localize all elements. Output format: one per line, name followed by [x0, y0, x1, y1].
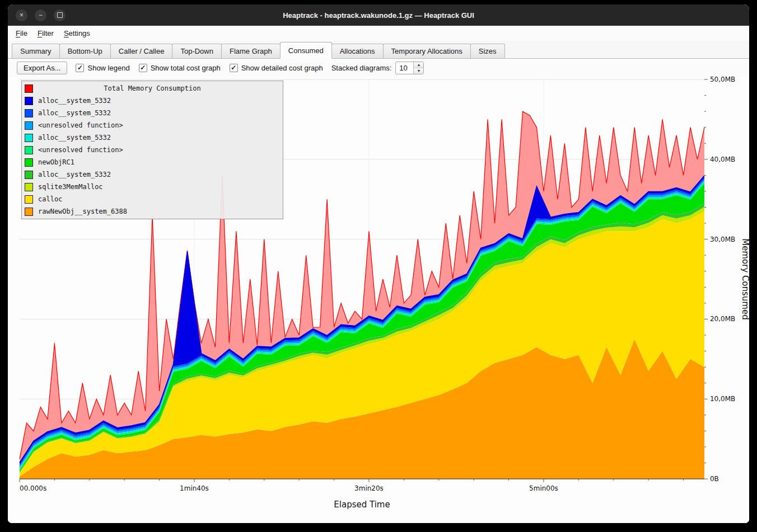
x-tick-label: 5min00s [529, 484, 558, 492]
tab-allocations[interactable]: Allocations [331, 44, 384, 58]
checkbox-label: Show detailed cost graph [241, 64, 323, 72]
legend-item-label: <unresolved function> [38, 121, 123, 129]
x-tick-label: 3min20s [354, 484, 384, 492]
y-tick-label: 0B [710, 475, 719, 483]
menu-settings[interactable]: Settings [59, 26, 95, 41]
legend-item-label: newObjRC1 [38, 158, 74, 166]
legend-item-label: <unresolved function> [38, 146, 123, 154]
close-button[interactable]: × [16, 10, 27, 21]
x-tick-label: 00.000s [20, 484, 46, 492]
legend-swatch [25, 97, 33, 105]
checkbox-label: Show total cost graph [151, 64, 221, 72]
legend-title-row: Total Memory Consumption [22, 82, 283, 95]
legend-item: alloc__system_5332 [22, 131, 283, 144]
legend-item: alloc__system_5332 [22, 168, 283, 181]
checkbox-show-total-cost-graph[interactable]: ✓Show total cost graph [139, 64, 221, 72]
checkmark-icon: ✓ [230, 64, 238, 72]
menu-file[interactable]: File [11, 26, 32, 41]
legend-swatch [25, 195, 33, 204]
tab-summary[interactable]: Summary [12, 44, 60, 58]
y-tick-label: 40,0MB [710, 156, 735, 163]
legend-item: sqlite3MemMalloc [22, 181, 283, 193]
legend-swatch [25, 121, 33, 130]
maximize-button[interactable] [54, 10, 66, 21]
title-bar: ×− Heaptrack - heaptrack.wakunode.1.gz —… [8, 4, 749, 26]
legend-swatch [25, 171, 33, 179]
legend-swatch [25, 183, 33, 191]
window-controls: ×− [16, 4, 66, 26]
tab-sizes[interactable]: Sizes [470, 44, 505, 58]
tab-flame-graph[interactable]: Flame Graph [221, 44, 281, 58]
y-tick-label: 20,0MB [710, 315, 735, 323]
tab-caller-callee[interactable]: Caller / Callee [110, 44, 173, 58]
legend-item-label: alloc__system_5332 [38, 109, 111, 117]
spinner-buttons: ▲ ▼ [413, 62, 423, 74]
legend-swatch [25, 146, 33, 154]
toolbar-checkboxes: ✓Show legend✓Show total cost graph✓Show … [76, 64, 323, 72]
checkbox-show-legend[interactable]: ✓Show legend [76, 64, 129, 72]
x-axis-title: Elapsed Time [334, 500, 390, 510]
tab-consumed[interactable]: Consumed [280, 42, 332, 59]
minimize-button[interactable]: − [35, 10, 46, 21]
y-tick-label: 30,0MB [710, 236, 735, 243]
toolbar: Export As... ✓Show legend✓Show total cos… [8, 59, 749, 77]
checkbox-label: Show legend [87, 64, 129, 72]
legend-item-label: sqlite3MemMalloc [38, 183, 103, 191]
chart-area: 00.000s1min40s3min20s5min00s0B10,0MB20,0… [8, 77, 749, 523]
chart-legend: Total Memory Consumptionalloc__system_53… [21, 81, 283, 219]
stacked-diagrams-value[interactable]: 10 [396, 62, 413, 74]
legend-item: <unresolved function> [22, 144, 283, 156]
menu-filter[interactable]: Filter [32, 26, 59, 41]
tab-temporary-allocations[interactable]: Temporary Allocations [383, 44, 471, 58]
legend-item: alloc__system_5332 [22, 95, 283, 107]
legend-title: Total Memory Consumption [22, 84, 283, 92]
window-title: Heaptrack - heaptrack.wakunode.1.gz — He… [283, 11, 474, 20]
legend-item: rawNewObj__system_6388 [22, 205, 283, 218]
legend-swatch [25, 109, 33, 117]
y-tick-label: 50,0MB [710, 77, 735, 83]
legend-item-label: alloc__system_5332 [38, 134, 111, 142]
y-axis-title: Memory Consumed [740, 238, 749, 319]
checkmark-icon: ✓ [76, 64, 84, 72]
x-tick-label: 1min40s [180, 484, 209, 492]
export-as-button[interactable]: Export As... [17, 62, 67, 74]
tab-top-down[interactable]: Top-Down [172, 44, 222, 58]
stacked-diagrams-label: Stacked diagrams: [331, 64, 392, 72]
legend-swatch [25, 134, 33, 142]
y-tick-label: 10,0MB [710, 395, 735, 403]
checkbox-show-detailed-cost-graph[interactable]: ✓Show detailed cost graph [230, 64, 323, 72]
maximize-icon [57, 12, 63, 18]
tab-bar: SummaryBottom-UpCaller / CalleeTop-DownF… [8, 41, 749, 59]
legend-item-label: alloc__system_5332 [38, 171, 111, 178]
spin-down-button[interactable]: ▼ [414, 68, 423, 74]
legend-item: calloc [22, 193, 283, 205]
tab-bottom-up[interactable]: Bottom-Up [59, 44, 111, 58]
checkmark-icon: ✓ [139, 64, 147, 72]
menu-bar: FileFilterSettings [8, 26, 749, 41]
legend-swatch [25, 208, 33, 216]
app-window: ×− Heaptrack - heaptrack.wakunode.1.gz —… [8, 4, 749, 523]
legend-swatch [25, 158, 33, 167]
legend-item-label: rawNewObj__system_6388 [38, 208, 127, 215]
legend-item-label: calloc [38, 195, 62, 203]
stacked-diagrams-spinbox[interactable]: 10 ▲ ▼ [395, 62, 424, 74]
stacked-diagrams-group: Stacked diagrams: 10 ▲ ▼ [331, 62, 424, 74]
legend-item: newObjRC1 [22, 156, 283, 168]
legend-item: <unresolved function> [22, 119, 283, 131]
legend-item-label: alloc__system_5332 [38, 97, 111, 105]
spin-up-button[interactable]: ▲ [414, 62, 423, 68]
legend-item: alloc__system_5332 [22, 107, 283, 119]
